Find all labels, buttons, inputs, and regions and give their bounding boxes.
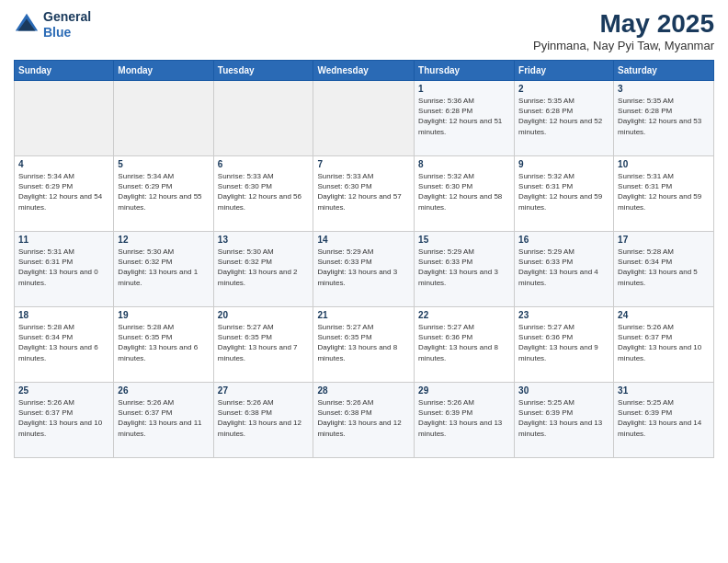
calendar-cell: 15Sunrise: 5:29 AMSunset: 6:33 PMDayligh… bbox=[415, 232, 515, 307]
day-number: 14 bbox=[317, 235, 410, 245]
col-sunday: Sunday bbox=[15, 61, 114, 81]
day-number: 29 bbox=[418, 385, 510, 396]
day-number: 25 bbox=[18, 385, 109, 396]
day-info: Sunrise: 5:34 AMSunset: 6:29 PMDaylight:… bbox=[18, 171, 109, 213]
day-info: Sunrise: 5:30 AMSunset: 6:32 PMDaylight:… bbox=[218, 247, 310, 288]
calendar-week-row: 4Sunrise: 5:34 AMSunset: 6:29 PMDaylight… bbox=[15, 156, 714, 232]
day-info: Sunrise: 5:26 AMSunset: 6:38 PMDaylight:… bbox=[218, 397, 310, 439]
calendar-cell: 4Sunrise: 5:34 AMSunset: 6:29 PMDaylight… bbox=[15, 156, 114, 232]
page-header: General Blue May 2025 Pyinmana, Nay Pyi … bbox=[14, 9, 714, 52]
day-info: Sunrise: 5:28 AMSunset: 6:34 PMDaylight:… bbox=[18, 322, 109, 363]
calendar-cell: 6Sunrise: 5:33 AMSunset: 6:30 PMDaylight… bbox=[213, 156, 313, 232]
day-number: 28 bbox=[317, 385, 410, 396]
col-wednesday: Wednesday bbox=[313, 61, 415, 81]
calendar-cell: 16Sunrise: 5:29 AMSunset: 6:33 PMDayligh… bbox=[515, 232, 614, 307]
day-info: Sunrise: 5:31 AMSunset: 6:31 PMDaylight:… bbox=[18, 247, 109, 288]
calendar-week-row: 25Sunrise: 5:26 AMSunset: 6:37 PMDayligh… bbox=[15, 383, 714, 458]
day-info: Sunrise: 5:35 AMSunset: 6:28 PMDaylight:… bbox=[618, 96, 710, 137]
calendar-cell: 19Sunrise: 5:28 AMSunset: 6:35 PMDayligh… bbox=[114, 307, 213, 383]
logo: General Blue bbox=[14, 9, 91, 40]
day-number: 31 bbox=[618, 385, 710, 396]
calendar-cell: 9Sunrise: 5:32 AMSunset: 6:31 PMDaylight… bbox=[515, 156, 614, 232]
day-info: Sunrise: 5:32 AMSunset: 6:31 PMDaylight:… bbox=[518, 171, 609, 213]
day-info: Sunrise: 5:26 AMSunset: 6:38 PMDaylight:… bbox=[317, 397, 410, 439]
day-number: 3 bbox=[618, 84, 710, 94]
calendar-cell: 27Sunrise: 5:26 AMSunset: 6:38 PMDayligh… bbox=[213, 383, 313, 458]
day-info: Sunrise: 5:31 AMSunset: 6:31 PMDaylight:… bbox=[618, 171, 710, 213]
logo-text: General Blue bbox=[43, 9, 91, 40]
day-number: 10 bbox=[618, 159, 710, 169]
calendar-cell bbox=[15, 81, 114, 156]
calendar-cell bbox=[313, 81, 415, 156]
day-number: 27 bbox=[218, 385, 310, 396]
day-number: 9 bbox=[518, 159, 609, 169]
calendar-cell: 8Sunrise: 5:32 AMSunset: 6:30 PMDaylight… bbox=[415, 156, 515, 232]
calendar-cell: 29Sunrise: 5:26 AMSunset: 6:39 PMDayligh… bbox=[415, 383, 515, 458]
calendar-cell: 20Sunrise: 5:27 AMSunset: 6:35 PMDayligh… bbox=[213, 307, 313, 383]
day-number: 5 bbox=[118, 159, 209, 169]
month-year: May 2025 bbox=[533, 9, 714, 39]
day-info: Sunrise: 5:33 AMSunset: 6:30 PMDaylight:… bbox=[218, 171, 310, 213]
day-info: Sunrise: 5:26 AMSunset: 6:39 PMDaylight:… bbox=[418, 397, 510, 439]
day-number: 30 bbox=[518, 385, 609, 396]
day-number: 20 bbox=[218, 310, 310, 320]
calendar-cell: 3Sunrise: 5:35 AMSunset: 6:28 PMDaylight… bbox=[614, 81, 714, 156]
calendar-cell: 2Sunrise: 5:35 AMSunset: 6:28 PMDaylight… bbox=[515, 81, 614, 156]
day-info: Sunrise: 5:27 AMSunset: 6:36 PMDaylight:… bbox=[418, 322, 510, 363]
calendar-cell: 18Sunrise: 5:28 AMSunset: 6:34 PMDayligh… bbox=[15, 307, 114, 383]
day-number: 16 bbox=[518, 235, 609, 245]
day-number: 24 bbox=[618, 310, 710, 320]
day-info: Sunrise: 5:28 AMSunset: 6:35 PMDaylight:… bbox=[118, 322, 209, 363]
day-number: 12 bbox=[118, 235, 209, 245]
calendar-cell: 24Sunrise: 5:26 AMSunset: 6:37 PMDayligh… bbox=[614, 307, 714, 383]
day-number: 15 bbox=[418, 235, 510, 245]
calendar-cell: 25Sunrise: 5:26 AMSunset: 6:37 PMDayligh… bbox=[15, 383, 114, 458]
calendar-cell: 13Sunrise: 5:30 AMSunset: 6:32 PMDayligh… bbox=[213, 232, 313, 307]
location: Pyinmana, Nay Pyi Taw, Myanmar bbox=[533, 39, 714, 52]
day-info: Sunrise: 5:36 AMSunset: 6:28 PMDaylight:… bbox=[418, 96, 510, 137]
day-info: Sunrise: 5:35 AMSunset: 6:28 PMDaylight:… bbox=[518, 96, 609, 137]
calendar-cell: 30Sunrise: 5:25 AMSunset: 6:39 PMDayligh… bbox=[515, 383, 614, 458]
col-saturday: Saturday bbox=[614, 61, 714, 81]
day-number: 8 bbox=[418, 159, 510, 169]
day-info: Sunrise: 5:29 AMSunset: 6:33 PMDaylight:… bbox=[317, 247, 410, 288]
calendar-week-row: 18Sunrise: 5:28 AMSunset: 6:34 PMDayligh… bbox=[15, 307, 714, 383]
calendar-week-row: 1Sunrise: 5:36 AMSunset: 6:28 PMDaylight… bbox=[15, 81, 714, 156]
day-info: Sunrise: 5:27 AMSunset: 6:36 PMDaylight:… bbox=[518, 322, 609, 363]
day-info: Sunrise: 5:32 AMSunset: 6:30 PMDaylight:… bbox=[418, 171, 510, 213]
day-number: 6 bbox=[218, 159, 310, 169]
day-info: Sunrise: 5:27 AMSunset: 6:35 PMDaylight:… bbox=[218, 322, 310, 363]
day-number: 18 bbox=[18, 310, 109, 320]
logo-icon bbox=[14, 12, 40, 38]
day-number: 1 bbox=[418, 84, 510, 94]
calendar-cell: 26Sunrise: 5:26 AMSunset: 6:37 PMDayligh… bbox=[114, 383, 213, 458]
calendar-cell: 11Sunrise: 5:31 AMSunset: 6:31 PMDayligh… bbox=[15, 232, 114, 307]
col-thursday: Thursday bbox=[415, 61, 515, 81]
calendar-cell: 14Sunrise: 5:29 AMSunset: 6:33 PMDayligh… bbox=[313, 232, 415, 307]
calendar-table: Sunday Monday Tuesday Wednesday Thursday… bbox=[14, 60, 714, 458]
day-info: Sunrise: 5:33 AMSunset: 6:30 PMDaylight:… bbox=[317, 171, 410, 213]
calendar-cell: 7Sunrise: 5:33 AMSunset: 6:30 PMDaylight… bbox=[313, 156, 415, 232]
day-info: Sunrise: 5:26 AMSunset: 6:37 PMDaylight:… bbox=[118, 397, 209, 439]
day-info: Sunrise: 5:29 AMSunset: 6:33 PMDaylight:… bbox=[418, 247, 510, 288]
day-number: 26 bbox=[118, 385, 209, 396]
calendar-cell: 31Sunrise: 5:25 AMSunset: 6:39 PMDayligh… bbox=[614, 383, 714, 458]
day-info: Sunrise: 5:28 AMSunset: 6:34 PMDaylight:… bbox=[618, 247, 710, 288]
calendar-header-row: Sunday Monday Tuesday Wednesday Thursday… bbox=[15, 61, 714, 81]
calendar-cell bbox=[213, 81, 313, 156]
day-info: Sunrise: 5:26 AMSunset: 6:37 PMDaylight:… bbox=[18, 397, 109, 439]
col-friday: Friday bbox=[515, 61, 614, 81]
calendar-cell: 28Sunrise: 5:26 AMSunset: 6:38 PMDayligh… bbox=[313, 383, 415, 458]
calendar-week-row: 11Sunrise: 5:31 AMSunset: 6:31 PMDayligh… bbox=[15, 232, 714, 307]
calendar-cell: 17Sunrise: 5:28 AMSunset: 6:34 PMDayligh… bbox=[614, 232, 714, 307]
day-number: 4 bbox=[18, 159, 109, 169]
calendar-cell: 22Sunrise: 5:27 AMSunset: 6:36 PMDayligh… bbox=[415, 307, 515, 383]
day-number: 19 bbox=[118, 310, 209, 320]
calendar-cell: 12Sunrise: 5:30 AMSunset: 6:32 PMDayligh… bbox=[114, 232, 213, 307]
day-info: Sunrise: 5:25 AMSunset: 6:39 PMDaylight:… bbox=[518, 397, 609, 439]
calendar-cell: 5Sunrise: 5:34 AMSunset: 6:29 PMDaylight… bbox=[114, 156, 213, 232]
calendar-cell: 10Sunrise: 5:31 AMSunset: 6:31 PMDayligh… bbox=[614, 156, 714, 232]
day-info: Sunrise: 5:34 AMSunset: 6:29 PMDaylight:… bbox=[118, 171, 209, 213]
calendar-cell: 1Sunrise: 5:36 AMSunset: 6:28 PMDaylight… bbox=[415, 81, 515, 156]
col-tuesday: Tuesday bbox=[213, 61, 313, 81]
